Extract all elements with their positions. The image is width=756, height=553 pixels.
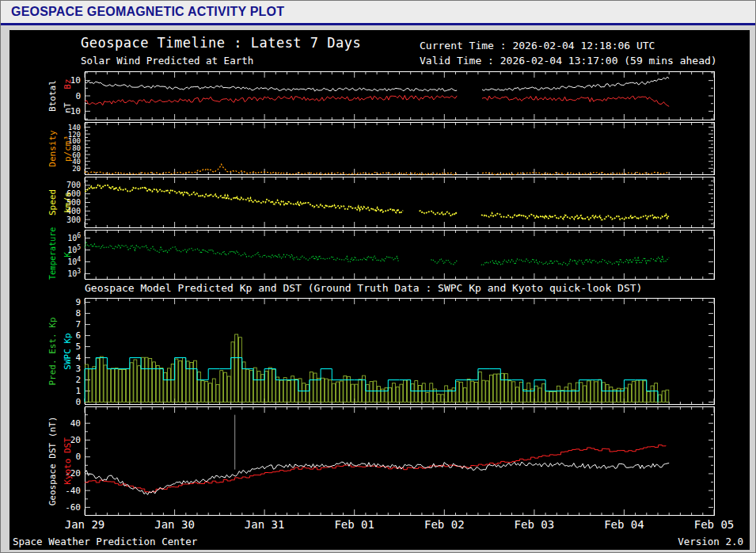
x-axis-label: Feb 03: [503, 518, 566, 531]
y-ticks: 100-10: [65, 73, 713, 119]
panel-speed: 700600500400300: [9, 177, 748, 228]
header-rule: [1, 23, 755, 25]
y-ticks: 106105104103: [67, 232, 713, 278]
axis-label-p-cm: p/cm³: [63, 122, 74, 175]
axis-label-k: K: [63, 230, 74, 280]
x-ticks: [85, 407, 714, 515]
panel-dst: 40200-20-40-60: [9, 406, 748, 516]
y-tick-label: 7: [75, 319, 81, 330]
panel-temperature: 106105104103: [9, 230, 748, 280]
y-tick-label: 9: [75, 297, 81, 307]
axis-label-temperature: Temperature: [47, 230, 59, 280]
footer-source: Space Weather Prediction Center: [13, 536, 197, 547]
series-speed: [85, 185, 669, 219]
x-axis-label: Feb 02: [412, 518, 476, 531]
current-time-label: Current Time : 2026-02-04 12:18:06 UTC: [420, 40, 655, 51]
y-ticks: 40200-20-40-60: [65, 415, 713, 513]
chart-title: Geospace Timeline : Latest 7 Days: [81, 35, 361, 51]
series-btotal: [85, 77, 669, 91]
page-title: GEOSPACE GEOMAGNETIC ACTIVITY PLOT: [11, 5, 284, 19]
axis-label-km-s: km/s: [63, 177, 74, 228]
x-axis-label: Jan 31: [233, 518, 296, 531]
y-tick-label: 4: [75, 353, 81, 363]
y-ticks: 700600500400300: [66, 181, 713, 223]
footer-version: Version 2.0: [678, 536, 743, 547]
axis-label-swpc-kp: SWPC Kp: [63, 298, 74, 405]
y-tick-label: 2: [75, 375, 81, 385]
x-axis-label: Feb 04: [592, 518, 655, 531]
y-tick-label: 0: [75, 452, 81, 462]
panel-density: 14012010080604020: [9, 122, 748, 175]
axis-label-density: Density: [47, 122, 59, 175]
x-axis-label: Feb 01: [323, 518, 386, 531]
axis-label-btotal: Btotal: [47, 71, 59, 120]
y-tick-label: 5: [75, 341, 81, 352]
axis-label-speed: Speed: [47, 177, 59, 228]
x-ticks: [85, 123, 714, 174]
axis-label-kyoto-dst: Kyoto DST: [63, 406, 74, 516]
y-tick-label: 1: [75, 386, 81, 396]
panel-bfield: 100-10: [9, 71, 748, 120]
valid-time-label: Valid Time : 2026-02-04 13:17:00 (59 min…: [420, 55, 717, 67]
y-tick-label: 8: [75, 308, 81, 318]
x-axis-label: Feb 05: [682, 518, 746, 531]
x-axis-label: Jan 29: [53, 518, 116, 531]
y-tick-label: 3: [75, 364, 81, 374]
axis-label-pred-est-kp: Pred. Est. Kp: [47, 298, 59, 405]
page: { "header": { "title": "GEOSPACE GEOMAGN…: [0, 0, 756, 553]
x-ticks: [85, 231, 714, 279]
axis-label-nt: nT: [63, 96, 74, 120]
chart-subtitle: Solar Wind Predicted at Earth: [81, 55, 253, 67]
x-axis-label: Jan 30: [143, 518, 207, 531]
axis-label-bz: Bz: [63, 72, 74, 96]
series-temperature: [85, 242, 669, 265]
y-ticks: 14012010080604020: [68, 124, 713, 173]
panel-kp: 9876543210: [9, 298, 748, 405]
y-tick-label: 0: [75, 91, 81, 101]
plot-area: Geospace Timeline : Latest 7 Days Curren…: [9, 29, 750, 551]
series-pred-est-kp: [85, 334, 668, 402]
kp-section-title: Geospace Model Predicted Kp and DST (Gro…: [85, 282, 642, 294]
y-tick-label: 6: [75, 330, 81, 341]
series-bz: [85, 95, 669, 106]
series-kyoto-dst: [85, 445, 666, 493]
axis-label-geospace-dst-nt: Geospace DST (nT): [47, 406, 59, 516]
